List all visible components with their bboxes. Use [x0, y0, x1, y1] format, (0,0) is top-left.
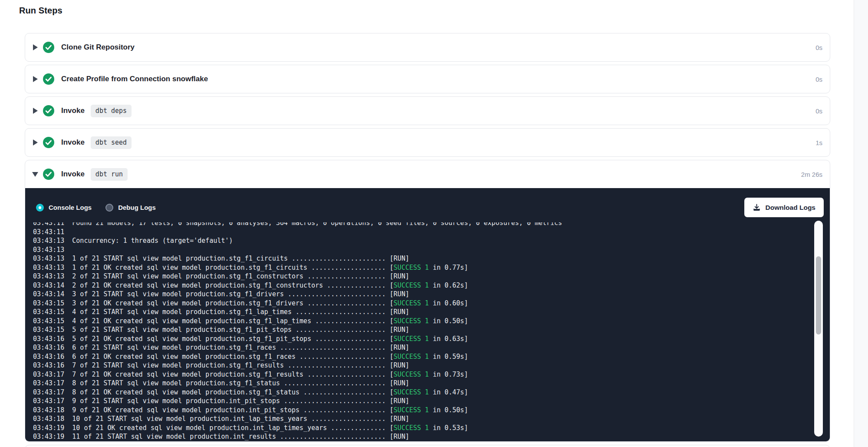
run-step-card: Create Profile from Connection snowflake…	[25, 65, 830, 93]
success-status: SUCCESS 1	[394, 388, 429, 396]
step-label: Invoke	[61, 170, 85, 179]
step-header[interactable]: Invoke dbt seed 1s	[25, 129, 830, 156]
success-check-icon	[43, 137, 54, 148]
log-line: 03:43:11	[33, 228, 830, 237]
success-check-icon	[43, 105, 54, 116]
success-status: SUCCESS 1	[394, 335, 429, 343]
success-status: SUCCESS 1	[394, 424, 429, 432]
step-command-pill: dbt seed	[91, 136, 132, 149]
log-line: 03:43:19 10 of 21 OK created sql view mo…	[33, 424, 830, 433]
run-step-card: Invoke dbt seed 1s	[25, 128, 830, 157]
step-header[interactable]: Invoke dbt deps 0s	[25, 97, 830, 125]
success-status: SUCCESS 1	[394, 371, 429, 378]
log-line: 03:43:16 5 of 21 OK created sql view mod…	[33, 334, 830, 344]
log-line: 03:43:13 1 of 21 OK created sql view mod…	[33, 263, 830, 272]
log-scrollbar-thumb[interactable]	[816, 256, 821, 334]
debug-logs-radio[interactable]: Debug Logs	[105, 204, 156, 212]
success-check-icon	[43, 169, 54, 180]
run-step-card: Invoke dbt run 2m 26s Console Logs Debug…	[25, 160, 830, 442]
log-line: 03:43:13 1 of 21 START sql view model pr…	[33, 254, 830, 263]
right-gutter	[854, 0, 868, 447]
radio-unselected-icon	[105, 204, 113, 212]
console-logs-radio[interactable]: Console Logs	[36, 204, 92, 212]
log-scrollbar-track[interactable]	[814, 221, 823, 437]
step-header[interactable]: Clone Git Repository 0s	[25, 33, 830, 61]
log-line: 03:43:17 8 of 21 OK created sql view mod…	[33, 388, 830, 397]
log-line: 03:43:15 3 of 21 OK created sql view mod…	[33, 299, 830, 308]
next-step-card-partial[interactable]	[25, 445, 830, 447]
expand-caret-icon[interactable]	[32, 108, 38, 114]
log-line: 03:43:13	[33, 245, 830, 255]
log-panel-header: Console Logs Debug Logs Download Logs	[25, 188, 830, 222]
log-output[interactable]: 03:43:11 Found 21 models, 17 tests, 0 sn…	[25, 222, 830, 441]
download-logs-label: Download Logs	[766, 204, 815, 212]
step-duration: 2m 26s	[801, 171, 822, 178]
log-line: 03:43:18 9 of 21 OK created sql view mod…	[33, 406, 830, 415]
success-status: SUCCESS 1	[394, 406, 429, 414]
expand-caret-icon[interactable]	[32, 44, 38, 50]
download-logs-button[interactable]: Download Logs	[744, 198, 824, 217]
expand-caret-icon[interactable]	[32, 76, 38, 82]
log-line: 03:43:16 7 of 21 START sql view model pr…	[33, 361, 830, 370]
log-line: 03:43:19 11 of 21 START sql view model p…	[33, 432, 830, 441]
step-label: Create Profile from Connection snowflake	[61, 75, 208, 83]
step-label: Clone Git Repository	[61, 43, 135, 52]
success-check-icon	[43, 42, 54, 53]
step-duration: 0s	[815, 76, 822, 83]
log-line: 03:43:17 9 of 21 START sql view model pr…	[33, 397, 830, 406]
step-duration: 0s	[815, 44, 822, 51]
success-status: SUCCESS 1	[394, 353, 429, 361]
console-log-panel: Console Logs Debug Logs Download Logs 03…	[25, 188, 830, 441]
log-line: 03:43:16 6 of 21 OK created sql view mod…	[33, 352, 830, 361]
log-line: 03:43:16 6 of 21 START sql view model pr…	[33, 343, 830, 352]
log-line: 03:43:17 7 of 21 OK created sql view mod…	[33, 370, 830, 379]
step-duration: 0s	[815, 107, 822, 115]
console-logs-label: Console Logs	[49, 204, 92, 211]
page-title: Run Steps	[19, 6, 868, 16]
success-status: SUCCESS 1	[394, 264, 429, 272]
step-label: Invoke	[61, 138, 85, 147]
step-duration: 1s	[815, 139, 822, 146]
log-line: 03:43:15 4 of 21 OK created sql view mod…	[33, 317, 830, 326]
success-status: SUCCESS 1	[394, 299, 429, 307]
run-step-card: Invoke dbt deps 0s	[25, 96, 830, 125]
log-line: 03:43:14 2 of 21 OK created sql view mod…	[33, 281, 830, 290]
success-check-icon	[43, 73, 54, 85]
success-status: SUCCESS 1	[394, 317, 429, 325]
log-line: 03:43:18 10 of 21 START sql view model p…	[33, 414, 830, 424]
log-line: 03:43:11 Found 21 models, 17 tests, 0 sn…	[33, 222, 830, 228]
log-line: 03:43:15 4 of 21 START sql view model pr…	[33, 308, 830, 317]
success-status: SUCCESS 1	[394, 281, 429, 289]
step-label: Invoke	[61, 106, 85, 115]
expand-caret-icon[interactable]	[32, 172, 38, 177]
run-steps-list: Clone Git Repository 0s Create Profile f…	[25, 33, 830, 442]
log-line: 03:43:13 Concurrency: 1 threads (target=…	[33, 236, 830, 245]
radio-selected-icon	[36, 204, 44, 212]
expand-caret-icon[interactable]	[32, 139, 38, 146]
step-command-pill: dbt deps	[91, 105, 132, 117]
log-line: 03:43:17 8 of 21 START sql view model pr…	[33, 379, 830, 388]
download-icon	[753, 203, 761, 212]
step-header[interactable]: Create Profile from Connection snowflake…	[25, 65, 830, 93]
log-line: 03:43:14 3 of 21 START sql view model pr…	[33, 290, 830, 299]
run-step-card: Clone Git Repository 0s	[25, 33, 830, 62]
log-line: 03:43:13 2 of 21 START sql view model pr…	[33, 272, 830, 281]
step-command-pill: dbt run	[91, 168, 128, 181]
log-line: 03:43:15 5 of 21 START sql view model pr…	[33, 325, 830, 334]
step-header[interactable]: Invoke dbt run 2m 26s	[25, 160, 830, 188]
debug-logs-label: Debug Logs	[118, 204, 156, 211]
